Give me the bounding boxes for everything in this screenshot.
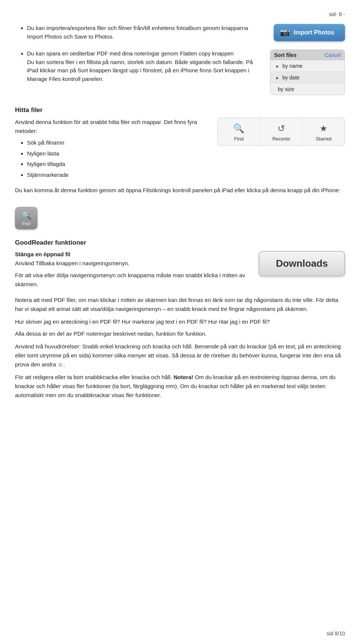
- camera-icon: 📷: [280, 28, 290, 37]
- goodreader-heading: GoodReader funktioner: [15, 239, 345, 247]
- page-footer: sid 8/10: [327, 631, 345, 637]
- import-photos-widget: 📷 Import Photos: [274, 24, 345, 41]
- downloads-button[interactable]: Downloads: [259, 251, 345, 276]
- sort-label-size: by size: [278, 86, 294, 92]
- find-bullet-4: Stjärnmarkerade: [27, 171, 345, 179]
- main-text1: Använd två huvudrörelser: Snabb enkel kn…: [15, 342, 345, 369]
- sort-arrow-name: ▲: [275, 63, 279, 69]
- section-stanga: Downloads Stänga en öppnad fil Använd Ti…: [15, 251, 345, 292]
- question1: Hur skriver jag en anteckning i en PDF f…: [15, 317, 345, 326]
- sort-panel: Sort files Cancel ▲ by name ▲ by date by…: [270, 49, 345, 95]
- section-import-photos: 📷 Import Photos Du kan importera/exporte…: [15, 24, 345, 46]
- bullet2-detail: Du kan sortera filer i en fillista på na…: [27, 59, 253, 82]
- find-bullet-3: Nyligen tillagda: [27, 160, 345, 169]
- find-small-icon: 🔍: [21, 211, 32, 220]
- sort-label-name: by name: [282, 63, 303, 69]
- find-panel-find[interactable]: 🔍 Find: [218, 118, 260, 145]
- section-notera: Notera att med PDF filer, om man klickar…: [15, 296, 345, 314]
- find-panel-widget: 🔍 Find ↺ Recents ★ Starred: [218, 118, 345, 146]
- sort-panel-title: Sort files: [274, 52, 297, 58]
- answer1: Alla dessa är en del av PDF noteringar b…: [15, 329, 345, 338]
- sort-panel-widget: Sort files Cancel ▲ by name ▲ by date by…: [270, 49, 345, 95]
- notera-text: Notera att med PDF filer, om man klickar…: [15, 296, 345, 314]
- recents-label: Recents: [272, 136, 290, 142]
- find-search-icon: 🔍: [233, 123, 244, 134]
- sort-label-date: by date: [282, 75, 300, 81]
- import-photos-label: Import Photos: [294, 29, 334, 36]
- section-sort: Sort files Cancel ▲ by name ▲ by date by…: [15, 49, 345, 100]
- section-main-text1: Använd två huvudrörelser: Snabb enkel kn…: [15, 342, 345, 369]
- sort-row-name[interactable]: ▲ by name: [270, 60, 345, 72]
- find-panel-starred[interactable]: ★ Starred: [303, 118, 345, 145]
- main-text2-bold: Notera!: [174, 374, 194, 380]
- bullet2-intro: Du kan spara en oediterbar PDF med dina …: [27, 50, 234, 57]
- import-photos-button[interactable]: 📷 Import Photos: [274, 24, 345, 41]
- sort-arrow-date: ▲: [275, 75, 279, 80]
- main-text2: För att redigera eller ta bort snabbknac…: [15, 373, 345, 400]
- sort-panel-header: Sort files Cancel: [270, 50, 345, 60]
- section-hitta-filer: Hitta filer: [15, 106, 345, 114]
- sort-row-date[interactable]: ▲ by date: [270, 72, 345, 84]
- find-small-label: Find: [22, 221, 30, 226]
- sort-cancel[interactable]: Cancel: [324, 52, 341, 58]
- page-footer-text: sid 8/10: [327, 631, 345, 637]
- page-header-text: sid- 8 -: [329, 11, 345, 17]
- sort-row-size[interactable]: by size: [270, 84, 345, 95]
- main-text2-start: För att redigera eller ta bort snabbknac…: [15, 374, 172, 380]
- hitta-filer-heading: Hitta filer: [15, 106, 345, 114]
- downloads-widget: Downloads: [259, 251, 345, 276]
- find-label: Find: [234, 136, 243, 142]
- find-small-button[interactable]: 🔍 Find: [15, 207, 38, 229]
- find-panel-recents[interactable]: ↺ Recents: [260, 118, 303, 145]
- find-panel: 🔍 Find ↺ Recents ★ Starred: [218, 118, 345, 146]
- section-questions: Hur skriver jag en anteckning i en PDF f…: [15, 317, 345, 338]
- section-main-text2: För att redigera eller ta bort snabbknac…: [15, 373, 345, 400]
- page-header: sid- 8 -: [15, 11, 345, 17]
- starred-label: Starred: [316, 136, 332, 142]
- find-bullet-2: Nyligen lästa: [27, 149, 345, 158]
- section-find-access: Du kan komma åt denna funktion genom att…: [15, 186, 345, 232]
- section-find-panel: 🔍 Find ↺ Recents ★ Starred Använd denna …: [15, 118, 345, 182]
- find-access-text: Du kan komma åt denna funktion genom att…: [15, 186, 345, 204]
- section-goodreader: GoodReader funktioner: [15, 239, 345, 247]
- find-starred-icon: ★: [320, 123, 328, 134]
- find-recents-icon: ↺: [278, 123, 285, 134]
